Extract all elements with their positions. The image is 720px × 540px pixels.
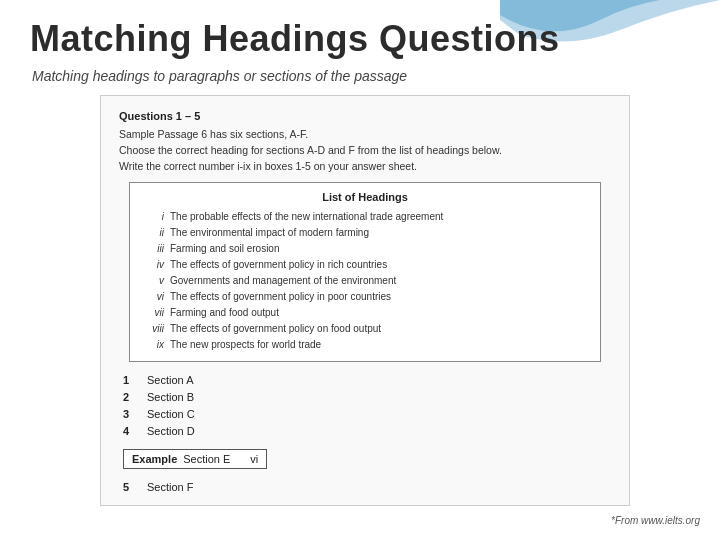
heading-text: The effects of government policy in poor…: [170, 289, 588, 305]
heading-item: iThe probable effects of the new interna…: [142, 209, 588, 225]
question-text: Section A: [147, 374, 607, 386]
heading-num: vi: [142, 289, 164, 305]
question-text: Section B: [147, 391, 607, 403]
heading-num: iii: [142, 241, 164, 257]
heading-text: Farming and food output: [170, 305, 588, 321]
example-answer: vi: [250, 453, 258, 465]
heading-num: ix: [142, 337, 164, 353]
question-row: 3Section C: [123, 408, 607, 420]
heading-num: viii: [142, 321, 164, 337]
heading-text: The environmental impact of modern farmi…: [170, 225, 588, 241]
heading-text: The probable effects of the new internat…: [170, 209, 588, 225]
q5-text: Section F: [147, 481, 607, 493]
citation: *From www.ielts.org: [611, 515, 700, 526]
page-title: Matching Headings Questions: [30, 18, 560, 60]
question-row: 1Section A: [123, 374, 607, 386]
instruction-3: Write the correct number i-ix in boxes 1…: [119, 160, 611, 172]
heading-item: vGovernments and management of the envir…: [142, 273, 588, 289]
heading-item: ixThe new prospects for world trade: [142, 337, 588, 353]
question-text: Section C: [147, 408, 607, 420]
heading-text: Governments and management of the enviro…: [170, 273, 588, 289]
heading-text: The effects of government policy on food…: [170, 321, 588, 337]
heading-item: iiiFarming and soil erosion: [142, 241, 588, 257]
heading-num: i: [142, 209, 164, 225]
headings-box: List of Headings iThe probable effects o…: [129, 182, 601, 362]
question-num: 3: [123, 408, 147, 420]
heading-num: ii: [142, 225, 164, 241]
question-num: 1: [123, 374, 147, 386]
heading-text: Farming and soil erosion: [170, 241, 588, 257]
example-label: Example: [132, 453, 177, 465]
heading-num: iv: [142, 257, 164, 273]
headings-list: iThe probable effects of the new interna…: [142, 209, 588, 353]
question-num: 4: [123, 425, 147, 437]
instruction-2: Choose the correct heading for sections …: [119, 144, 611, 156]
questions-label: Questions 1 – 5: [119, 110, 611, 122]
page-subtitle: Matching headings to paragraphs or secti…: [32, 68, 407, 84]
heading-item: ivThe effects of government policy in ri…: [142, 257, 588, 273]
heading-item: viThe effects of government policy in po…: [142, 289, 588, 305]
heading-item: viiFarming and food output: [142, 305, 588, 321]
example-section: Section E: [183, 453, 230, 465]
heading-text: The effects of government policy in rich…: [170, 257, 588, 273]
question-num: 2: [123, 391, 147, 403]
heading-text: The new prospects for world trade: [170, 337, 588, 353]
heading-item: iiThe environmental impact of modern far…: [142, 225, 588, 241]
questions-list: 1Section A2Section B3Section C4Section D: [123, 374, 607, 437]
question-text: Section D: [147, 425, 607, 437]
heading-item: viiiThe effects of government policy on …: [142, 321, 588, 337]
question-5-row: 5 Section F: [123, 481, 607, 493]
heading-num: vii: [142, 305, 164, 321]
questions-section: 1Section A2Section B3Section C4Section D…: [119, 374, 611, 493]
example-box: Example Section E vi: [123, 449, 267, 469]
q5-num: 5: [123, 481, 147, 493]
content-area: Questions 1 – 5 Sample Passage 6 has six…: [100, 95, 630, 506]
heading-num: v: [142, 273, 164, 289]
question-row: 4Section D: [123, 425, 607, 437]
instruction-1: Sample Passage 6 has six sections, A-F.: [119, 128, 611, 140]
question-row: 2Section B: [123, 391, 607, 403]
headings-box-title: List of Headings: [142, 191, 588, 203]
